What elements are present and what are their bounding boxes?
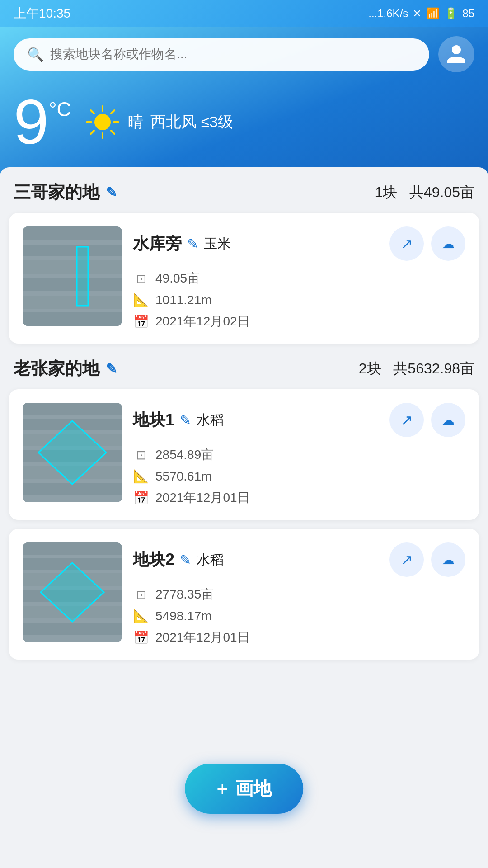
svg-rect-26 (23, 542, 122, 555)
field-crop-lz2: 水稻 (197, 551, 224, 569)
svg-rect-31 (23, 623, 122, 635)
profile-button[interactable] (438, 36, 474, 72)
field-meta-lz2: ⊡ 2778.35亩 📐 5498.17m 📅 2021年12月01日 (133, 586, 465, 646)
ruler-icon-lz2: 📐 (133, 609, 149, 623)
svg-line-6 (111, 110, 114, 113)
farm-group-lz: 老张家的地 ✎ 2块 共5632.98亩 (9, 357, 479, 660)
svg-rect-15 (23, 312, 122, 326)
cloud-icon-lz2: ☁ (442, 552, 455, 567)
field-polygon-lz2 (23, 542, 122, 642)
field-actions-sg1: ↗ ☁ (389, 226, 465, 261)
farm-group-sg-edit-icon[interactable]: ✎ (106, 184, 117, 200)
field-polygon-sg1 (23, 226, 122, 326)
svg-rect-10 (23, 226, 122, 240)
field-area-row-lz2: ⊡ 2778.35亩 (133, 586, 465, 603)
share-icon-sg1: ↗ (401, 235, 413, 252)
farm-group-sg-title: 三哥家的地 ✎ (14, 181, 117, 204)
farm-group-lz-total: 共5632.98亩 (393, 360, 474, 377)
field-card-lz1[interactable]: 地块1 ✎ 水稻 ↗ ☁ ⊡ 2854.89亩 (9, 389, 479, 520)
weather-info: 晴 西北风 ≤3级 (84, 104, 233, 140)
cloud-button-sg1[interactable]: ☁ (431, 226, 465, 261)
temperature-unit: °C (49, 99, 71, 119)
farm-group-lz-name: 老张家的地 (14, 357, 99, 380)
add-field-button[interactable]: + 画地 (185, 764, 303, 814)
farm-group-lz-title: 老张家的地 ✎ (14, 357, 117, 380)
field-area-sg1: 49.05亩 (155, 270, 200, 287)
svg-rect-14 (23, 296, 122, 309)
share-button-lz2[interactable]: ↗ (389, 542, 424, 577)
field-edit-icon-sg1[interactable]: ✎ (187, 236, 198, 252)
hero-section: 🔍 9 °C (0, 27, 488, 176)
search-bar: 🔍 (14, 36, 474, 72)
field-name-lz1: 地块1 (133, 409, 174, 431)
field-perimeter-row-lz2: 📐 5498.17m (133, 609, 465, 623)
calendar-icon-lz2: 📅 (133, 630, 149, 645)
field-date-row-sg1: 📅 2021年12月02日 (133, 313, 465, 330)
sun-svg (84, 104, 121, 140)
cloud-button-lz1[interactable]: ☁ (431, 403, 465, 437)
farm-group-sg-total: 共49.05亩 (409, 184, 474, 200)
field-edit-icon-lz2[interactable]: ✎ (180, 552, 191, 568)
field-map-bg-sg1 (23, 226, 122, 326)
farm-group-sg-header: 三哥家的地 ✎ 1块 共49.05亩 (9, 181, 479, 204)
field-actions-lz2: ↗ ☁ (389, 542, 465, 577)
svg-rect-12 (23, 260, 122, 274)
battery-level: 85 (462, 7, 474, 20)
weather-area: 9 °C (14, 90, 474, 154)
field-perimeter-row-lz1: 📐 5570.61m (133, 469, 465, 484)
field-info-lz2: 地块2 ✎ 水稻 ↗ ☁ ⊡ 2778.35亩 (133, 542, 465, 646)
profile-icon (445, 43, 468, 66)
field-card-sg1[interactable]: 水库旁 ✎ 玉米 ↗ ☁ ⊡ 49.05亩 (9, 213, 479, 344)
field-date-lz2: 2021年12月01日 (155, 629, 250, 646)
field-thumbnail-lz2 (23, 542, 122, 642)
svg-line-5 (111, 131, 114, 134)
share-button-lz1[interactable]: ↗ (389, 403, 424, 437)
field-title-row-lz1: 地块1 ✎ 水稻 ↗ ☁ (133, 403, 465, 437)
field-card-lz2[interactable]: 地块2 ✎ 水稻 ↗ ☁ ⊡ 2778.35亩 (9, 529, 479, 660)
field-polygon-lz1 (23, 403, 122, 502)
temperature-display: 9 °C (14, 90, 71, 154)
field-thumbnail-lz1 (23, 403, 122, 502)
search-icon: 🔍 (27, 47, 44, 62)
field-perimeter-row-sg1: 📐 1011.21m (133, 292, 465, 307)
status-time: 上午10:35 (14, 5, 70, 22)
field-area-row-sg1: ⊡ 49.05亩 (133, 270, 465, 287)
farm-group-sg: 三哥家的地 ✎ 1块 共49.05亩 (9, 181, 479, 344)
main-content: 三哥家的地 ✎ 1块 共49.05亩 (0, 167, 488, 755)
weather-wind: 西北风 ≤3级 (150, 112, 233, 132)
field-date-lz1: 2021年12月01日 (155, 489, 250, 506)
farm-group-sg-stats: 1块 共49.05亩 (375, 183, 474, 203)
svg-point-8 (94, 114, 111, 130)
field-edit-icon-lz1[interactable]: ✎ (180, 412, 191, 428)
signal-icon: ✕ (413, 7, 422, 20)
field-area-lz1: 2854.89亩 (155, 446, 214, 463)
farm-group-sg-name: 三哥家的地 (14, 181, 99, 204)
status-right: ...1.6K/s ✕ 📶 🔋 85 (368, 7, 474, 20)
field-crop-lz1: 水稻 (197, 411, 224, 429)
area-icon-sg1: ⊡ (133, 271, 149, 286)
field-date-sg1: 2021年12月02日 (155, 313, 250, 330)
battery-icon: 🔋 (444, 7, 458, 20)
farm-group-lz-stats: 2块 共5632.98亩 (359, 359, 474, 379)
sun-icon (84, 104, 121, 140)
area-icon-lz2: ⊡ (133, 587, 149, 602)
search-input[interactable] (50, 47, 416, 61)
field-title-row-sg1: 水库旁 ✎ 玉米 ↗ ☁ (133, 226, 465, 261)
svg-rect-13 (23, 278, 122, 291)
share-button-sg1[interactable]: ↗ (389, 226, 424, 261)
field-map-bg-lz1 (23, 403, 122, 502)
field-name-sg1: 水库旁 (133, 233, 182, 255)
wifi-icon: 📶 (426, 7, 440, 20)
share-icon-lz2: ↗ (401, 551, 413, 568)
search-input-wrap[interactable]: 🔍 (14, 38, 429, 71)
field-date-row-lz1: 📅 2021年12月01日 (133, 489, 465, 506)
farm-group-sg-count: 1块 (375, 184, 397, 200)
share-icon-lz1: ↗ (401, 411, 413, 429)
svg-line-4 (91, 110, 94, 113)
field-date-row-lz2: 📅 2021年12月01日 (133, 629, 465, 646)
field-area-row-lz1: ⊡ 2854.89亩 (133, 446, 465, 463)
cloud-button-lz2[interactable]: ☁ (431, 542, 465, 577)
bottom-spacer (9, 673, 479, 755)
farm-group-lz-edit-icon[interactable]: ✎ (106, 361, 117, 377)
cloud-icon-lz1: ☁ (442, 413, 455, 428)
